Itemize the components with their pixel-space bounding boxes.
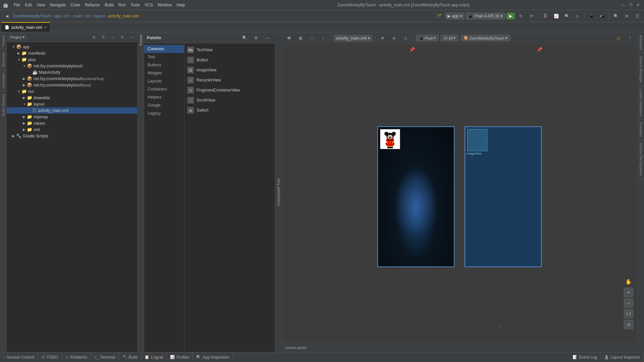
blueprint-imageview[interactable] [467, 129, 487, 151]
magic-wand-icon[interactable]: 🪄 [434, 11, 444, 21]
menu-navigate[interactable]: Navigate [48, 2, 68, 8]
menu-vcs[interactable]: VCS [143, 2, 155, 8]
tree-item-mainactivity[interactable]: ▶ ☕ MainActivity [7, 69, 137, 75]
tree-item-layout[interactable]: ▾ 📁 layout [7, 101, 137, 107]
menu-code[interactable]: Code [68, 2, 82, 8]
device-manager-tab[interactable]: Device Manager [638, 53, 644, 86]
tree-item-xml[interactable]: ▶ 📁 xml [7, 126, 137, 133]
tree-item-pkg-androidtest[interactable]: ▶ 📦 net.fzy.zoommickeybytouch (androidTe… [7, 75, 137, 82]
profile-icon[interactable]: 📈 [551, 11, 561, 21]
menu-build[interactable]: Build [103, 2, 116, 8]
search-icon[interactable]: 🔍 [611, 11, 621, 21]
gear-icon[interactable]: ⚙ [118, 34, 126, 41]
refresh-icon[interactable]: ⟳ [527, 11, 536, 21]
canvas-theme-selector[interactable]: 🎨 ZoomMickeyByTouch ▾ [461, 35, 511, 42]
palette-item-fragmentcontainer[interactable]: ⊞ FragmentContainerView [184, 85, 275, 95]
resize-handle-icon[interactable]: ⟋ [496, 324, 502, 330]
palette-cat-legacy[interactable]: Legacy [144, 109, 184, 117]
menu-bar[interactable]: File Edit View Navigate Code Refactor Bu… [12, 2, 187, 8]
canvas-constraint-icon[interactable]: ⊘ [389, 34, 399, 43]
menu-help[interactable]: Help [174, 2, 187, 8]
app-selector[interactable]: ▶ app ▾ [445, 13, 464, 19]
bc-current-file[interactable]: activity_main.xml [108, 14, 139, 18]
layout-inspector-icon[interactable]: 🔍 [562, 11, 572, 21]
palette-cat-google[interactable]: Google [144, 101, 184, 109]
canvas-warn-icon[interactable]: ⚠ [401, 34, 410, 43]
settings-icon[interactable]: ⚙ [622, 11, 631, 21]
tree-item-java[interactable]: ▾ 📁 java [7, 56, 137, 63]
blueprint-view-screen[interactable]: ImageView [465, 126, 542, 267]
bc-app[interactable]: app [54, 14, 61, 18]
palette-settings-icon[interactable]: ⚙ [251, 33, 261, 43]
palette-search-icon[interactable]: 🔍 [240, 33, 249, 43]
mickey-imageview[interactable] [380, 129, 400, 149]
palette-cat-text[interactable]: Text [144, 53, 184, 61]
collapse-icon[interactable]: ↕ [109, 34, 116, 41]
blueprint-view-icon[interactable]: ⊞ [296, 34, 305, 43]
tree-item-values[interactable]: ▶ 📁 values [7, 120, 137, 126]
tree-item-gradle[interactable]: ▶ 🔧 Gradle Scripts [7, 133, 137, 139]
layout-validation-tab[interactable]: Layout Validation [638, 86, 644, 120]
menu-run[interactable]: Run [116, 2, 128, 8]
palette-cat-widgets[interactable]: Widgets [144, 69, 184, 77]
bottom-tab-todo[interactable]: ☑ TODO [38, 352, 62, 362]
attributes-panel-tab[interactable]: Attributes [638, 32, 644, 53]
menu-edit[interactable]: Edit [23, 2, 34, 8]
canvas-pixel-selector[interactable]: 📱 Pixel ▾ [416, 35, 439, 42]
bc-main[interactable]: main [73, 14, 82, 18]
bc-res[interactable]: res [85, 14, 91, 18]
run-button[interactable]: ▶ [506, 13, 515, 19]
tree-item-drawable[interactable]: ▶ 📁 drawable [7, 95, 137, 101]
vertical-split-icon[interactable]: ↕ [319, 34, 328, 43]
bottom-tab-problems[interactable]: ⚠ Problems [62, 352, 91, 362]
menu-icon[interactable]: ☰ [633, 11, 642, 21]
sidebar-build-variants-tab[interactable]: Build Variants [0, 91, 6, 119]
tree-item-manifests[interactable]: ▶ 📁 manifests [7, 50, 137, 56]
tab-close-icon[interactable]: ✕ [44, 25, 47, 29]
palette-item-switch[interactable]: ◉ Switch [184, 105, 275, 115]
bottom-tab-version-control[interactable]: ↑ Version Control [0, 352, 38, 362]
phone-icon[interactable]: 📱 [587, 11, 596, 21]
menu-window[interactable]: Window [156, 2, 174, 8]
eye-view-icon[interactable]: 👁 [284, 34, 294, 43]
sync-icon[interactable]: ↻ [516, 11, 526, 21]
canvas-api-selector[interactable]: 🏷 33 ▾ [441, 35, 459, 42]
bottom-tab-event-log[interactable]: 📝 Event Log [569, 352, 601, 362]
bottom-tab-build[interactable]: 🔨 Build [119, 352, 142, 362]
tablet-icon[interactable]: 📲 [597, 11, 607, 21]
canvas-warning-icon[interactable]: ⚠ [614, 34, 623, 43]
palette-cat-buttons[interactable]: Buttons [144, 61, 184, 69]
sidebar-structure-tab[interactable]: Structure [0, 49, 6, 70]
minimize-button[interactable]: — [620, 2, 627, 8]
sync-icon[interactable]: ⇅ [100, 34, 107, 41]
device-file-explorer-tab[interactable]: Device File Explorer [638, 140, 644, 179]
minimize-panel-icon[interactable]: — [128, 34, 135, 41]
design-view-screen[interactable] [377, 126, 454, 267]
canvas-eye2-icon[interactable]: 👁 [378, 34, 387, 43]
horizontal-split-icon[interactable]: ↔ [307, 34, 317, 43]
tree-item-pkg-main[interactable]: ▾ 📦 net.fzy.zoommickeybytouch [7, 63, 137, 69]
device-api-selector[interactable]: 📱 Pixel 4 API 33 ▾ [466, 13, 505, 19]
bottom-tab-terminal[interactable]: >_ Terminal [91, 352, 119, 362]
tree-item-res[interactable]: ▾ 📁 res [7, 88, 137, 95]
canvas-body[interactable]: 📌 📌 [282, 44, 637, 343]
menu-view[interactable]: View [35, 2, 47, 8]
bottom-tab-logcat[interactable]: 📋 Logcat [141, 352, 167, 362]
palette-item-button[interactable]: □ Button [184, 55, 275, 65]
bottom-tab-layout-inspector[interactable]: 🔬 Layout Inspector [601, 352, 644, 362]
menu-refactor[interactable]: Refactor [83, 2, 102, 8]
tree-item-activity-main[interactable]: ▶ 🗒 activity_main.xml [7, 107, 137, 114]
menu-tools[interactable]: Tools [128, 2, 142, 8]
tab-activity-main[interactable]: 📄 activity_main.xml ✕ [1, 22, 50, 32]
palette-cat-helpers[interactable]: Helpers [144, 93, 184, 101]
sidebar-project-tab[interactable]: Project [0, 32, 6, 49]
zoom-fit-button[interactable]: 1:1 [624, 309, 633, 318]
palette-item-textview[interactable]: Ab TextView [184, 45, 275, 55]
palette-item-imageview[interactable]: 🖼 ImageView [184, 65, 275, 75]
maximize-button[interactable]: ❐ [627, 2, 634, 8]
database-icon[interactable]: 🗄 [541, 11, 550, 21]
emulator-tab[interactable]: Emulator [638, 120, 644, 140]
palette-cat-layouts[interactable]: Layouts [144, 77, 184, 85]
new-item-icon[interactable]: ⊕ [90, 34, 98, 41]
palette-item-scrollview[interactable]: ↕ ScrollView [184, 95, 275, 105]
